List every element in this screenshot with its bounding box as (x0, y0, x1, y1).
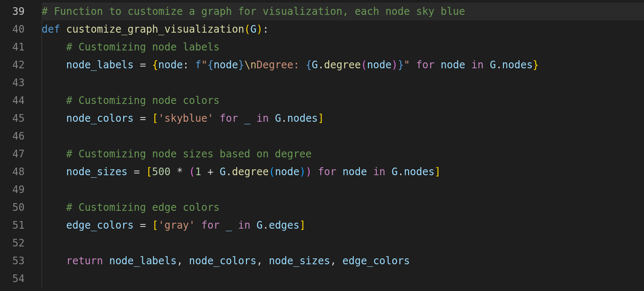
code-token: _ (244, 112, 250, 124)
line-number: 48 (0, 163, 25, 181)
line-number: 41 (0, 38, 25, 56)
code-token: . (263, 219, 268, 231)
code-token: ( (361, 59, 367, 71)
code-token: ( (244, 23, 250, 35)
code-token: node_labels (66, 59, 134, 71)
code-line[interactable]: def customize_graph_visualization(G): (42, 20, 644, 38)
line-number: 51 (0, 216, 25, 234)
code-token: ( (269, 166, 275, 178)
code-token: edge_colors (66, 219, 134, 231)
code-token (483, 59, 489, 71)
code-token: edge_colors (342, 255, 410, 267)
code-token: \n (244, 59, 257, 71)
code-token: { (207, 59, 213, 71)
code-token (42, 41, 66, 53)
code-token: G (220, 166, 226, 178)
code-token: # Customizing node labels (66, 41, 220, 53)
code-token: 'gray' (158, 219, 195, 231)
code-token: , (177, 255, 189, 267)
code-token: in (257, 112, 269, 124)
code-token (385, 166, 391, 178)
code-token (42, 255, 66, 267)
code-line[interactable]: # Customizing node colors (42, 92, 644, 109)
code-token: } (533, 59, 539, 71)
code-token: ) (305, 166, 311, 178)
line-number: 39 (0, 3, 25, 20)
code-token: node_colors (66, 112, 134, 124)
code-token (42, 148, 66, 160)
code-token: node (158, 59, 183, 71)
code-token (42, 112, 66, 124)
code-token: ( (189, 166, 195, 178)
code-token: degree (324, 59, 361, 71)
line-number: 50 (0, 199, 25, 216)
code-token: G (275, 112, 281, 124)
code-token: . (318, 59, 324, 71)
code-token: node_labels (109, 255, 177, 267)
code-line[interactable]: node_colors = ['skyblue' for _ in G.node… (42, 109, 644, 127)
code-token: # Customizing node colors (66, 95, 220, 106)
code-token: in (238, 219, 250, 231)
code-token: [ (152, 112, 158, 124)
code-line[interactable]: edge_colors = ['gray' for _ in G.edges] (42, 216, 644, 234)
code-line[interactable] (42, 234, 644, 252)
code-line[interactable]: # Customizing edge colors (42, 199, 644, 216)
code-token (367, 166, 373, 178)
code-line[interactable]: node_sizes = [500 * (1 + G.degree(node))… (42, 163, 644, 181)
code-token (42, 95, 66, 106)
code-token (250, 219, 256, 231)
code-token (214, 112, 220, 124)
code-token: customize_graph_visualization (66, 23, 244, 35)
code-token: node_sizes (66, 166, 128, 178)
code-line[interactable] (42, 181, 644, 199)
code-area[interactable]: # Function to customize a graph for visu… (33, 0, 644, 291)
code-line[interactable] (42, 74, 644, 92)
code-line[interactable]: # Function to customize a graph for visu… (42, 3, 644, 20)
code-token: 500 (152, 166, 170, 178)
code-token: ) (257, 23, 263, 35)
code-line[interactable]: # Customizing node labels (42, 38, 644, 56)
code-token: [ (146, 166, 152, 178)
code-token: = (134, 112, 152, 124)
code-token: . (496, 59, 502, 71)
code-token (220, 219, 226, 231)
code-token: for (220, 112, 238, 124)
code-token: ) (392, 59, 398, 71)
code-token: . (226, 166, 232, 178)
code-token: } (398, 59, 404, 71)
code-line[interactable]: node_labels = {node: f"{node}\nDegree: {… (42, 56, 644, 74)
code-line[interactable] (42, 127, 644, 145)
code-token (465, 59, 471, 71)
code-line[interactable]: # Customizing node sizes based on degree (42, 145, 644, 163)
code-token: for (201, 219, 220, 231)
code-token: nodes (287, 112, 318, 124)
code-token: f (195, 59, 201, 71)
code-token (435, 59, 441, 71)
code-token: node (342, 166, 367, 178)
code-token: G (257, 219, 263, 231)
code-token: nodes (502, 59, 533, 71)
code-token: } (238, 59, 244, 71)
code-token: , (257, 255, 269, 267)
code-token: = (127, 166, 146, 178)
code-token: : (183, 59, 195, 71)
code-token: def (42, 23, 60, 35)
line-number: 45 (0, 109, 25, 127)
code-editor[interactable]: 39404142434445464748495051525354 # Funct… (0, 0, 644, 291)
line-number: 47 (0, 145, 25, 163)
code-line[interactable]: return node_labels, node_colors, node_si… (42, 252, 644, 270)
code-token: G (392, 166, 398, 178)
code-token (250, 112, 256, 124)
code-token (60, 23, 66, 35)
code-token: _ (226, 219, 232, 231)
code-token: [ (152, 219, 158, 231)
code-token (42, 201, 66, 213)
code-token: return (66, 255, 103, 267)
code-token: " (201, 59, 207, 71)
line-number: 43 (0, 74, 25, 92)
code-token: = (134, 59, 152, 71)
code-token (238, 112, 244, 124)
code-token: : (263, 23, 268, 35)
code-token: degree (232, 166, 269, 178)
code-line[interactable] (42, 270, 644, 288)
